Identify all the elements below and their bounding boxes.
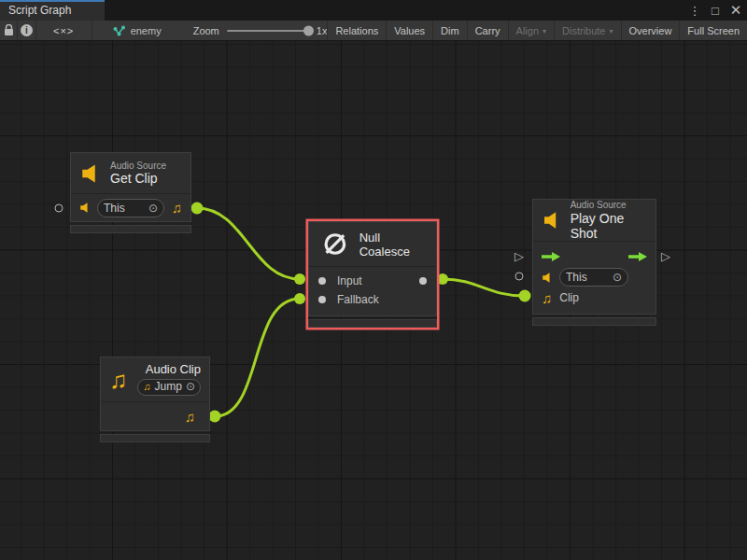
edit-script-button[interactable]: <×>	[36, 21, 92, 40]
node-category: Audio Source	[571, 200, 646, 211]
chevron-down-icon: ▾	[543, 27, 546, 35]
port-label: Input	[337, 274, 362, 287]
distribute-dropdown[interactable]: Distribute ▾	[554, 21, 620, 40]
graph-toolbar: i <×> enemy Zoom 1x Relations Values	[0, 21, 747, 41]
wire-getclip-to-input[interactable]	[197, 208, 300, 279]
graph-reference[interactable]: enemy	[113, 21, 162, 40]
graph-canvas[interactable]: Audio Source Get Clip This ⊙ ♫	[0, 41, 747, 560]
node-title: Null Coalesce	[359, 231, 427, 259]
node-footer	[532, 317, 656, 326]
node-footer	[308, 319, 437, 328]
relations-button[interactable]: Relations	[327, 21, 386, 40]
node-title: Audio Clip	[146, 363, 201, 377]
graph-name: enemy	[131, 25, 162, 36]
tab-title: Script Graph	[8, 4, 71, 17]
audio-clip-output-icon[interactable]: ♫	[185, 410, 195, 424]
node-play-one-shot[interactable]: Audio Source Play One Shot	[532, 199, 656, 326]
node-title: Get Clip	[110, 171, 166, 186]
port-dot-getclip-out[interactable]	[191, 203, 204, 215]
carry-button[interactable]: Carry	[467, 21, 508, 40]
fallback-port[interactable]	[318, 296, 326, 303]
zoom-slider-knob[interactable]	[303, 25, 314, 35]
audio-source-icon	[79, 202, 92, 214]
zoom-value: 1x	[317, 25, 328, 36]
audio-source-icon	[543, 209, 563, 231]
audio-clip-icon: ♫	[143, 382, 150, 392]
object-picker-icon[interactable]: ⊙	[148, 202, 158, 215]
port-label: Fallback	[337, 293, 379, 306]
close-icon[interactable]: ✕	[728, 2, 743, 19]
maximize-icon[interactable]: □	[708, 2, 723, 19]
toolbar-right-buttons: Relations Values Dim Carry Align ▾ Distr…	[327, 21, 747, 40]
window-controls: ⋮ □ ✕	[687, 0, 743, 21]
port-dot-clip-in[interactable]	[519, 290, 531, 302]
dim-button[interactable]: Dim	[432, 21, 467, 40]
object-picker-icon[interactable]: ⊙	[186, 381, 195, 394]
node-audio-clip-literal[interactable]: ♫ Audio Clip ♫ Jump ⊙ ♫	[100, 357, 210, 442]
port-dot-jump-out[interactable]	[209, 411, 221, 423]
overview-button[interactable]: Overview	[621, 21, 680, 40]
align-dropdown[interactable]: Align ▾	[508, 21, 554, 40]
flow-in-port[interactable]: ▷	[514, 250, 524, 262]
object-picker-icon[interactable]: ⊙	[613, 271, 622, 284]
info-icon: i	[21, 24, 33, 36]
tab-accent-stripe	[0, 0, 105, 2]
fullscreen-button[interactable]: Full Screen	[679, 21, 747, 40]
node-footer	[70, 225, 191, 233]
null-coalesce-icon	[321, 229, 349, 259]
zoom-slider[interactable]	[227, 30, 309, 32]
inspect-button[interactable]: i	[18, 21, 35, 40]
audio-clip-output-icon[interactable]: ♫	[172, 201, 182, 215]
output-port[interactable]	[419, 277, 427, 285]
wire-output-to-clip[interactable]	[443, 279, 524, 296]
code-icon: <×>	[53, 25, 74, 36]
node-null-coalesce[interactable]: Null Coalesce Input Fallback	[308, 221, 437, 328]
tab-script-graph[interactable]: Script Graph	[0, 0, 105, 21]
playoneshot-target-port[interactable]	[515, 273, 524, 281]
getclip-target-port[interactable]	[55, 204, 63, 213]
flow-in-arrow-icon[interactable]	[542, 252, 560, 261]
audio-clip-input-icon: ♫	[542, 291, 552, 305]
wire-jump-to-fallback[interactable]	[215, 299, 300, 416]
lock-icon	[4, 24, 14, 36]
chevron-down-icon: ▾	[610, 27, 613, 35]
node-get-clip[interactable]: Audio Source Get Clip This ⊙ ♫	[70, 152, 191, 233]
audio-source-icon	[542, 272, 554, 284]
unity-visual-scripting-window: Script Graph ⋮ □ ✕ i <×>	[0, 0, 747, 560]
node-category: Audio Source	[110, 161, 166, 172]
flow-out-arrow-icon[interactable]	[628, 252, 647, 261]
title-bar: Script Graph ⋮ □ ✕	[0, 0, 747, 21]
port-dot-fallback-in[interactable]	[294, 293, 305, 304]
node-title: Play One Shot	[571, 211, 646, 241]
this-object-field[interactable]: This ⊙	[559, 268, 628, 287]
node-footer	[100, 434, 210, 442]
port-dot-null-out[interactable]	[437, 273, 448, 285]
port-dot-input-in[interactable]	[294, 273, 305, 285]
lock-button[interactable]	[0, 21, 18, 40]
menu-icon[interactable]: ⋮	[687, 2, 702, 19]
values-button[interactable]: Values	[386, 21, 432, 40]
graph-icon	[113, 25, 126, 36]
audio-clip-object-field[interactable]: ♫ Jump ⊙	[137, 379, 201, 396]
this-object-field[interactable]: This ⊙	[97, 199, 164, 217]
zoom-label: Zoom	[193, 25, 219, 36]
audio-clip-icon: ♫	[109, 368, 128, 392]
zoom-control: Zoom 1x	[193, 21, 328, 40]
flow-out-port[interactable]: ▷	[661, 250, 670, 262]
input-port[interactable]	[318, 277, 326, 285]
port-label: Clip	[559, 291, 579, 304]
audio-source-icon	[80, 162, 103, 185]
